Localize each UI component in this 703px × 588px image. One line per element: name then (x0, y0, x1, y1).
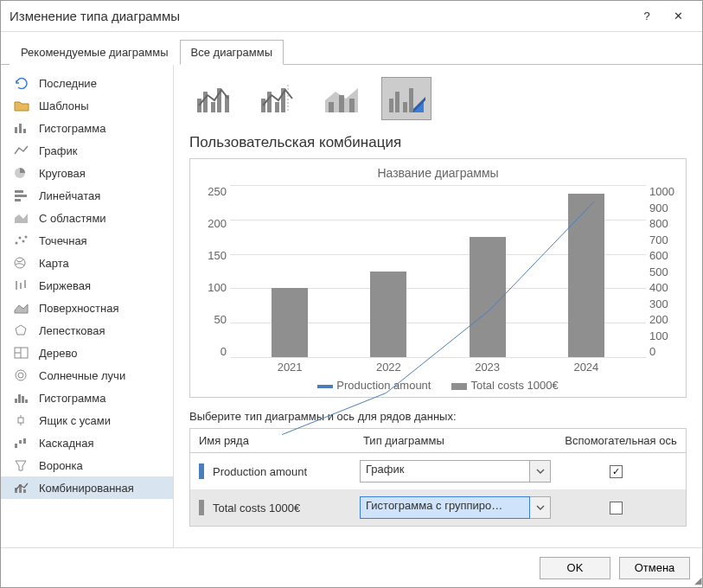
sunburst-icon (13, 368, 30, 382)
combo-subtype-2[interactable] (253, 77, 304, 120)
sidebar-item-histogram[interactable]: Гистограмма (1, 387, 173, 409)
y-axis-right: 10009008007006005004003002001000 (646, 185, 675, 358)
area-chart-icon (13, 211, 30, 225)
sidebar-item-area-chart[interactable]: С областями (1, 207, 173, 229)
svg-rect-29 (15, 444, 17, 448)
sidebar-item-scatter-chart[interactable]: Точечная (1, 229, 173, 252)
sidebar-item-label: Солнечные лучи (39, 369, 125, 382)
svg-rect-49 (349, 99, 355, 112)
combo-subtype-1[interactable] (189, 77, 240, 120)
clustered-column-line-secondary-icon (259, 83, 297, 114)
map-icon (13, 256, 30, 270)
section-title: Пользовательская комбинация (189, 134, 687, 151)
help-icon: ? (643, 10, 649, 22)
tab-all-charts[interactable]: Все диаграммы (180, 40, 284, 65)
main-pane: Пользовательская комбинация Название диа… (174, 65, 702, 547)
histogram-icon (13, 391, 30, 405)
series-color-swatch (199, 463, 204, 479)
sidebar-item-label: Гистограмма (39, 392, 105, 405)
sidebar-item-bar-chart[interactable]: Линейчатая (1, 184, 173, 207)
svg-point-21 (18, 373, 23, 378)
svg-rect-2 (23, 129, 26, 133)
resize-grip[interactable]: ◢ (694, 575, 701, 586)
svg-rect-1 (19, 124, 22, 133)
treemap-icon (13, 346, 30, 360)
y-axis-left: 250200150100500 (201, 185, 230, 358)
sidebar-item-waterfall[interactable]: Каскадная (1, 431, 173, 454)
svg-rect-25 (25, 399, 28, 403)
svg-rect-50 (389, 99, 393, 112)
funnel-icon (13, 458, 30, 472)
ok-button[interactable]: OK (540, 557, 610, 579)
radar-chart-icon (13, 323, 30, 337)
sidebar-item-pie-chart[interactable]: Круговая (1, 162, 173, 184)
close-button[interactable]: ✕ (662, 1, 693, 32)
combo-subtype-custom[interactable] (381, 77, 431, 120)
help-button[interactable]: ? (631, 1, 662, 32)
sidebar-item-label: Ящик с усами (39, 414, 111, 427)
sidebar-item-combo-chart[interactable]: Комбинированная (1, 476, 173, 499)
svg-rect-23 (18, 394, 21, 403)
sidebar-item-folder[interactable]: Шаблоны (1, 94, 173, 117)
stacked-area-column-icon (323, 83, 361, 114)
sidebar-item-label: Каскадная (39, 437, 94, 450)
custom-combo-icon (387, 83, 425, 114)
sidebar-item-funnel[interactable]: Воронка (1, 454, 173, 476)
combo-subtype-3[interactable] (317, 77, 367, 120)
svg-point-20 (16, 370, 26, 380)
cancel-button[interactable]: Отмена (619, 557, 690, 579)
sidebar-item-label: Биржевая (39, 279, 91, 292)
tab-recommended[interactable]: Рекомендуемые диаграммы (10, 40, 180, 65)
svg-rect-0 (15, 127, 17, 133)
sidebar-item-label: С областями (39, 212, 106, 225)
svg-rect-52 (403, 102, 407, 112)
sidebar-item-treemap[interactable]: Дерево (1, 342, 173, 364)
svg-rect-47 (329, 102, 334, 112)
sidebar-item-label: Дерево (39, 347, 77, 360)
sidebar-item-label: Поверхностная (39, 302, 118, 315)
tab-strip: Рекомендуемые диаграммы Все диаграммы (1, 32, 702, 65)
sidebar-item-radar-chart[interactable]: Лепестковая (1, 319, 173, 342)
window-title: Изменение типа диаграммы (10, 9, 631, 23)
svg-marker-32 (16, 461, 26, 470)
clustered-column-line-icon (195, 83, 233, 114)
svg-rect-38 (211, 102, 215, 112)
sidebar-item-label: Шаблоны (39, 99, 89, 112)
sidebar-item-label: Круговая (39, 167, 86, 180)
sidebar-item-label: Лепестковая (39, 324, 105, 337)
svg-point-12 (15, 258, 25, 268)
sidebar-item-stock-chart[interactable]: Биржевая (1, 274, 173, 297)
svg-rect-24 (22, 396, 24, 403)
sidebar-item-label: Комбинированная (39, 482, 134, 495)
sidebar-item-boxplot[interactable]: Ящик с усами (1, 409, 173, 431)
sidebar-item-label: Линейчатая (39, 189, 100, 202)
line-chart-icon (13, 144, 30, 157)
surface-chart-icon (13, 301, 30, 315)
column-chart-icon (13, 121, 30, 135)
svg-rect-35 (23, 489, 26, 493)
sidebar-item-column-chart[interactable]: Гистограмма (1, 117, 173, 139)
plot-canvas (230, 185, 646, 358)
sidebar-item-sunburst[interactable]: Солнечные лучи (1, 364, 173, 387)
folder-icon (13, 99, 30, 112)
sidebar-item-surface-chart[interactable]: Поверхностная (1, 297, 173, 319)
recent-icon (13, 76, 30, 90)
sidebar-item-map[interactable]: Карта (1, 252, 173, 274)
svg-rect-22 (15, 399, 17, 403)
svg-rect-5 (15, 195, 27, 197)
combo-chart-icon (13, 481, 30, 495)
sidebar-item-label: Последние (39, 77, 97, 90)
svg-rect-4 (15, 190, 23, 193)
sidebar-item-label: Гистограмма (39, 122, 105, 135)
svg-point-11 (25, 236, 28, 239)
chart-title: Название диаграммы (201, 166, 675, 180)
sidebar-item-line-chart[interactable]: График (1, 139, 173, 162)
chart-category-list[interactable]: ПоследниеШаблоныГистограммаГрафикКругова… (1, 65, 174, 547)
svg-rect-53 (409, 88, 413, 112)
stock-chart-icon (13, 278, 30, 292)
sidebar-item-label: Воронка (39, 459, 83, 472)
sidebar-item-recent[interactable]: Последние (1, 72, 173, 94)
combo-subtype-row (189, 77, 687, 120)
svg-rect-26 (18, 418, 23, 423)
chart-preview: Название диаграммы 250200150100500 10009… (189, 158, 687, 398)
